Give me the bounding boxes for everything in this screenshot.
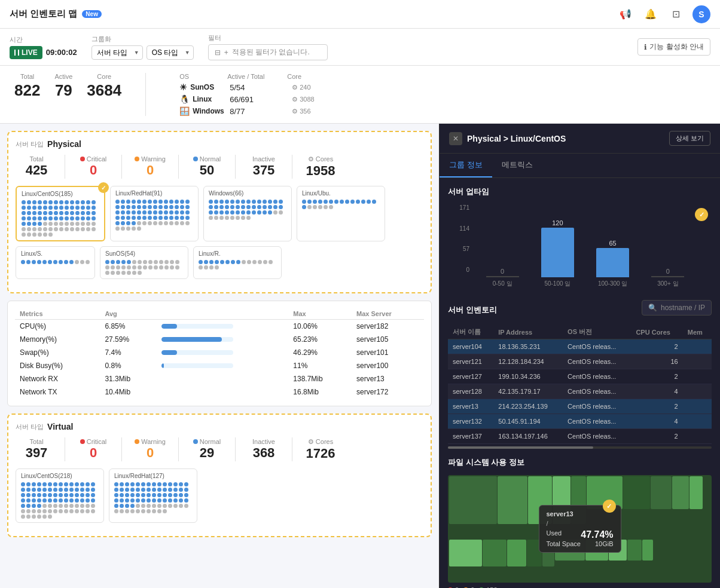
summary-totals: Total 822 Active 79 Core 3684 — [14, 73, 121, 116]
metric-avg: 6.85% — [100, 320, 157, 333]
inv-os: CentOS releas... — [563, 429, 631, 444]
metrics-row: CPU(%) 6.85% 10.06% server182 — [15, 320, 424, 333]
inv-col-ip: IP Address — [493, 325, 563, 339]
inv-mem — [683, 384, 712, 399]
warning-label: Warning — [135, 155, 166, 163]
os-group[interactable]: Windows(66) — [203, 186, 292, 241]
os-group[interactable]: Linux/R. — [193, 246, 282, 279]
os-group[interactable]: Linux/S. — [16, 246, 95, 279]
inventory-search[interactable]: 🔍 hostname / IP — [642, 300, 712, 316]
linux-name: 🐧 Linux — [179, 94, 227, 104]
filter-placeholder: 적용된 필터가 없습니다. — [232, 47, 310, 57]
search-icon: 🔍 — [648, 304, 657, 312]
inv-cpu: 2 — [631, 399, 682, 414]
server-type-select[interactable]: 서버 타입 — [91, 45, 143, 60]
stat-divider — [121, 155, 122, 179]
inventory-row[interactable]: server128 42.135.179.17 CentOS releas...… — [448, 384, 712, 399]
os-group[interactable]: Linux/CentOS(185)✓ — [16, 186, 105, 241]
metrics-row: Network TX 10.4Mib 16.8Mib server172 — [15, 385, 424, 399]
rp-content: 서버 업타임 ✓ 171 114 57 0 00-50 일12050-100 일… — [440, 178, 720, 588]
server-dots — [302, 200, 380, 209]
avatar[interactable]: S — [692, 5, 710, 23]
virtual-normal-col: Normal 29 — [186, 438, 228, 461]
warning-dot — [135, 157, 139, 161]
fs-block — [498, 476, 527, 524]
cores-label: ⚙ Cores — [308, 438, 333, 446]
fs-check-badge: ✓ — [603, 500, 616, 513]
inventory-row[interactable]: server121 12.128.184.234 CentOS releas..… — [448, 354, 712, 369]
new-badge: New — [82, 10, 102, 18]
metrics-col-name: Metrics — [15, 308, 100, 320]
os-group[interactable]: Linux/RedHat(127) — [109, 468, 197, 523]
virtual-cores-col: ⚙ Cores 1726 — [300, 438, 341, 461]
inv-os: CentOS releas... — [563, 414, 631, 429]
metric-bar — [157, 333, 288, 346]
physical-stats-row: Total 425 Critical 0 Warning 0 Normal 50 — [16, 155, 423, 179]
time-controls: LIVE 09:00:02 — [10, 46, 77, 59]
grouping-group: 그룹화 서버 타입 OS 타입 — [91, 35, 194, 60]
left-panel: 서버 타입 Physical Total 425 Critical 0 Warn… — [0, 124, 439, 588]
critical-dot — [80, 157, 85, 161]
os-group-label: Linux/S. — [21, 250, 90, 257]
inactive-label: Inactive — [252, 155, 275, 163]
os-group[interactable]: Linux/RedHat(91) — [110, 186, 199, 241]
tab-metrics[interactable]: 메트릭스 — [492, 154, 542, 177]
inventory-row[interactable]: server127 199.10.34.236 CentOS releas...… — [448, 369, 712, 384]
metric-name: Network TX — [15, 385, 100, 399]
os-group[interactable]: Linux/Ubu. — [297, 186, 385, 241]
warning-dot — [135, 439, 139, 444]
os-group[interactable]: Linux/CentOS(218) — [16, 468, 104, 523]
tab-group-info[interactable]: 그룹 정보 — [440, 154, 492, 177]
inv-cpu: 2 — [631, 429, 682, 444]
inv-mem — [683, 369, 712, 384]
physical-card-header: 서버 타입 Physical — [16, 139, 423, 149]
uptime-title: 서버 업타임 — [448, 186, 712, 197]
check-icon: ✓ — [695, 208, 708, 221]
gear-icon: ⚙ — [292, 108, 298, 115]
os-group-label: Linux/RedHat(91) — [115, 190, 193, 197]
metric-bar — [157, 346, 288, 359]
metrics-col-server: Max Server — [352, 308, 424, 320]
feature-button[interactable]: ℹ 기능 활성화 안내 — [637, 38, 710, 56]
fs-tooltip-used-value: 47.74% — [581, 529, 613, 540]
main-content: 서버 타입 Physical Total 425 Critical 0 Warn… — [0, 124, 720, 588]
os-type-select[interactable]: OS 타입 — [147, 45, 194, 60]
stat-divider — [178, 155, 179, 179]
fs-section: 파일 시스템 사용 정보 server13 / Used 47.74% Tota… — [448, 457, 712, 588]
bell-icon[interactable]: 🔔 — [642, 6, 659, 23]
critical-label: Critical — [80, 438, 107, 445]
layout-icon[interactable]: ⊡ — [667, 6, 684, 23]
filter-label: 필터 — [208, 33, 328, 42]
y-label-114: 114 — [448, 225, 469, 232]
total-label: Total — [20, 73, 34, 80]
fs-block — [449, 476, 497, 524]
filter-bar[interactable]: ⊟ + 적용된 필터가 없습니다. — [208, 44, 328, 60]
inventory-row[interactable]: server137 163.134.197.146 CentOS releas.… — [448, 429, 712, 444]
inventory-row[interactable]: server13 214.223.254.139 CentOS releas..… — [448, 399, 712, 414]
live-label: LIVE — [22, 48, 38, 57]
stat-divider — [65, 155, 65, 179]
megaphone-icon[interactable]: 📢 — [617, 6, 634, 23]
inactive-label: Inactive — [252, 438, 275, 445]
inventory-row[interactable]: server132 50.145.91.194 CentOS releas...… — [448, 414, 712, 429]
close-button[interactable]: ✕ — [449, 132, 462, 145]
detail-button[interactable]: 상세 보기 — [669, 131, 710, 146]
os-group[interactable]: SunOS(54) — [100, 246, 188, 279]
physical-cores-col: ⚙ Cores 1958 — [300, 155, 341, 179]
live-button[interactable]: LIVE — [10, 46, 42, 59]
virtual-warning: 0 — [147, 445, 154, 461]
physical-type-name: Physical — [47, 139, 81, 149]
uptime-bar-empty — [486, 276, 519, 277]
stat-divider — [235, 155, 236, 179]
uptime-bar — [596, 248, 629, 277]
windows-name: 🪟 Windows — [179, 106, 227, 116]
critical-dot — [80, 439, 85, 444]
metrics-row: Network RX 31.3Mib 138.7Mib server13 — [15, 372, 424, 385]
metric-name: Disk Busy(%) — [15, 359, 100, 372]
fs-tooltip-total-label: Total Space — [546, 540, 580, 547]
warning-label: Warning — [135, 438, 166, 445]
scrollbar-thumb[interactable] — [448, 446, 593, 449]
inventory-row[interactable]: server104 18.136.35.231 CentOS releas...… — [448, 339, 712, 354]
os-summary: OS Active / Total Core ☀ SunOS 5/54 ⚙ 24… — [170, 73, 414, 116]
metric-bar — [157, 385, 288, 399]
